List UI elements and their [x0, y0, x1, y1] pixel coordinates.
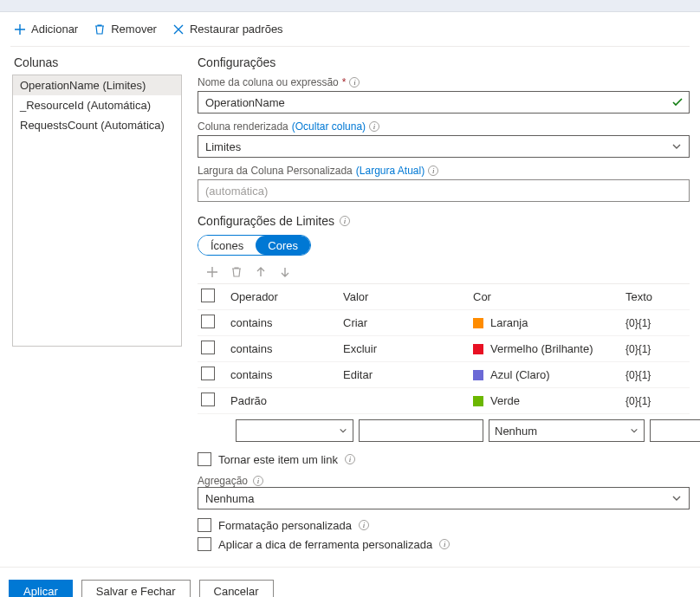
add-row-icon[interactable]	[206, 266, 218, 278]
make-link-checkbox[interactable]	[198, 452, 211, 466]
add-label: Adicionar	[31, 23, 78, 36]
row-text: {0}{1}	[625, 343, 686, 355]
save-close-button[interactable]: Salvar e Fechar	[81, 580, 191, 597]
header-operator: Operador	[230, 290, 343, 303]
segment-colors[interactable]: Cores	[256, 236, 310, 255]
renderer-label: Coluna renderizada (Ocultar coluna) i	[198, 120, 690, 133]
color-swatch	[473, 396, 483, 406]
row-operator: contains	[230, 342, 343, 355]
column-name-input[interactable]: OperationName	[198, 91, 690, 114]
header-color: Cor	[473, 290, 625, 303]
check-icon	[671, 96, 684, 108]
window-top-strip	[0, 0, 700, 12]
custom-format-checkbox[interactable]	[198, 518, 211, 532]
row-operator: contains	[230, 368, 343, 381]
trash-icon	[94, 23, 106, 36]
add-button[interactable]: Adicionar	[14, 23, 78, 36]
restore-defaults-button[interactable]: Restaurar padrões	[172, 23, 283, 36]
delete-row-icon[interactable]	[230, 266, 243, 278]
move-up-icon[interactable]	[255, 266, 267, 278]
info-icon[interactable]: i	[428, 165, 438, 176]
row-text: {0}{1}	[625, 369, 686, 381]
new-value-input[interactable]	[359, 419, 483, 442]
info-icon[interactable]: i	[369, 121, 379, 132]
aggregation-label: Agregação i	[198, 475, 690, 487]
column-item[interactable]: _ResourceId (Automática)	[13, 95, 181, 115]
custom-width-input[interactable]: (automática)	[198, 179, 690, 202]
threshold-row[interactable]: contains Excluir Vermelho (Brilhante) {0…	[198, 336, 690, 362]
threshold-row-toolbar	[206, 266, 686, 278]
info-icon[interactable]: i	[253, 476, 263, 486]
plus-icon	[14, 23, 26, 36]
thresholds-header: Operador Valor Cor Texto	[198, 284, 690, 310]
hide-column-link[interactable]: (Ocultar coluna)	[292, 120, 366, 133]
row-checkbox[interactable]	[201, 367, 215, 380]
segment-icons[interactable]: Ícones	[198, 236, 256, 255]
cancel-button[interactable]: Cancelar	[199, 580, 274, 597]
thresholds-table: Operador Valor Cor Texto contains Criar …	[198, 283, 690, 444]
row-checkbox[interactable]	[201, 315, 215, 328]
aggregation-select[interactable]: Nenhuma	[198, 487, 690, 509]
threshold-row[interactable]: contains Editar Azul (Claro) {0}{1}	[198, 362, 690, 388]
columns-list: OperationName (Limites) _ResourceId (Aut…	[12, 75, 182, 347]
row-operator: contains	[230, 316, 343, 329]
header-value: Valor	[343, 290, 473, 303]
toolbar: Adicionar Remover Restaurar padrões	[0, 12, 700, 46]
row-value: Excluir	[343, 342, 473, 355]
row-color-label: Vermelho (Brilhante)	[490, 342, 593, 355]
threshold-new-row: Nenhum	[198, 414, 690, 444]
row-text: {0}{1}	[625, 395, 686, 407]
column-item[interactable]: OperationName (Limites)	[13, 75, 181, 95]
current-width-link[interactable]: (Largura Atual)	[356, 165, 425, 177]
columns-title: Colunas	[14, 55, 182, 69]
column-item[interactable]: RequestsCount (Automática)	[13, 115, 181, 135]
color-swatch	[473, 318, 483, 328]
row-color-label: Azul (Claro)	[490, 368, 550, 381]
restore-label: Restaurar padrões	[190, 23, 283, 36]
threshold-mode-segmented: Ícones Cores	[198, 235, 311, 256]
info-icon[interactable]: i	[345, 454, 355, 464]
row-checkbox[interactable]	[201, 341, 215, 354]
aggregation-value: Nenhuma	[205, 492, 254, 505]
apply-button[interactable]: Aplicar	[9, 580, 73, 597]
close-icon	[172, 23, 185, 36]
info-icon[interactable]: i	[340, 216, 350, 226]
select-all-checkbox[interactable]	[201, 289, 215, 302]
remove-label: Remover	[111, 23, 157, 36]
column-name-label: Nome da coluna ou expressão * i	[198, 76, 690, 88]
settings-title: Configurações	[198, 55, 690, 69]
threshold-settings-title: Configurações de Limites i	[198, 214, 690, 228]
custom-tooltip-label: Aplicar a dica de ferramenta personaliza…	[218, 538, 432, 551]
renderer-select[interactable]: Limites	[198, 135, 690, 158]
move-down-icon[interactable]	[279, 266, 291, 278]
color-swatch	[473, 344, 483, 354]
make-link-label: Tornar este item um link	[218, 453, 338, 466]
new-text-input[interactable]	[650, 419, 700, 442]
header-text: Texto	[625, 290, 686, 303]
row-value: Criar	[343, 316, 473, 329]
row-text: {0}{1}	[625, 317, 686, 329]
custom-tooltip-checkbox[interactable]	[198, 537, 211, 551]
remove-button[interactable]: Remover	[94, 23, 157, 36]
row-checkbox[interactable]	[201, 393, 215, 406]
renderer-value: Limites	[205, 140, 241, 153]
new-operator-select[interactable]	[236, 419, 353, 442]
new-color-select[interactable]: Nenhum	[489, 419, 645, 442]
new-color-value: Nenhum	[495, 425, 537, 438]
row-value: Editar	[343, 368, 473, 381]
chevron-down-icon	[671, 141, 682, 152]
info-icon[interactable]: i	[349, 77, 360, 88]
row-operator: Padrão	[230, 394, 343, 407]
footer: Aplicar Salvar e Fechar Cancelar	[0, 568, 700, 597]
threshold-row[interactable]: contains Criar Laranja {0}{1}	[198, 310, 690, 336]
custom-format-label: Formatação personalizada	[218, 519, 352, 532]
info-icon[interactable]: i	[359, 520, 369, 530]
chevron-down-icon	[671, 493, 682, 503]
row-color-label: Laranja	[490, 316, 528, 329]
color-swatch	[473, 370, 483, 380]
chevron-down-icon	[339, 426, 347, 435]
width-label: Largura da Coluna Personalizada (Largura…	[198, 165, 690, 177]
row-color-label: Verde	[490, 394, 520, 407]
threshold-row[interactable]: Padrão Verde {0}{1}	[198, 388, 690, 414]
info-icon[interactable]: i	[439, 539, 450, 549]
